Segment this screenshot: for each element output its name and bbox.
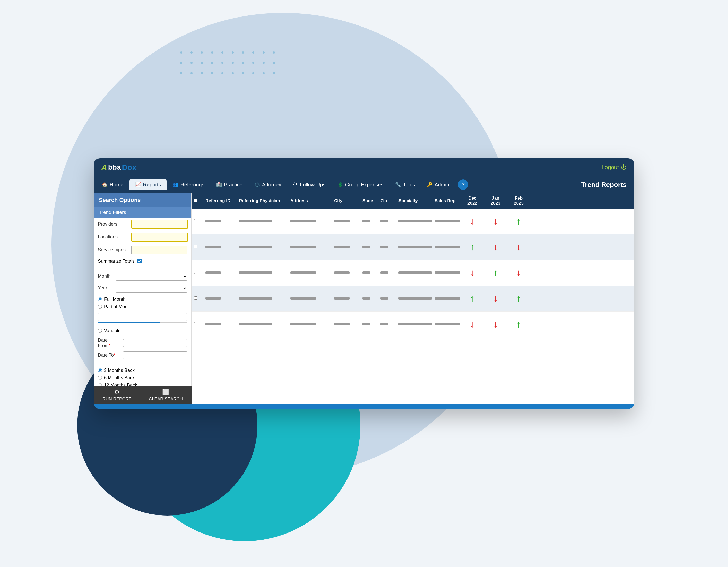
- month-select-row: Month: [94, 270, 191, 282]
- nav-label-home: Home: [110, 182, 123, 188]
- period-6months: 6 Months Back: [98, 374, 187, 382]
- locations-input[interactable]: [131, 233, 188, 242]
- locations-row: Locations: [94, 231, 191, 244]
- arrow-down-icon: ↓: [493, 242, 498, 252]
- table-row: ↓ ↑ ↓: [192, 260, 634, 286]
- row-cell-city-5: [332, 323, 360, 325]
- full-month-radio[interactable]: [98, 297, 102, 301]
- th-dec-2022: Dec2022: [461, 196, 484, 206]
- date-from-input[interactable]: [123, 339, 187, 347]
- trend-cell-3-feb: ↓: [507, 267, 530, 278]
- summarize-label: Summarize Totals: [98, 259, 135, 264]
- row-check-1[interactable]: [194, 219, 197, 222]
- date-to-input[interactable]: [123, 351, 187, 359]
- th-checkbox: [194, 199, 203, 203]
- attorney-icon: ⚖️: [254, 182, 260, 187]
- nav-bar: 🏠 Home 📈 Reports 👥 Referrings 🏥 Practice…: [94, 176, 634, 193]
- period-3months-radio[interactable]: [98, 368, 102, 372]
- help-button[interactable]: ?: [458, 179, 468, 190]
- trend-cell-3-dec: ↓: [461, 267, 484, 278]
- logo-icon: A: [101, 163, 107, 172]
- nav-label-attorney: Attorney: [262, 182, 281, 188]
- nav-item-attorney[interactable]: ⚖️ Attorney: [249, 179, 287, 190]
- trend-cell-1-dec: ↓: [461, 216, 484, 227]
- row-cell-sales-3: [432, 271, 461, 274]
- nav-label-referrings: Referrings: [180, 182, 204, 188]
- sidebar: Search Options Trend Filters Providers L…: [94, 193, 192, 404]
- arrow-down-icon: ↓: [516, 242, 521, 252]
- divider-2: [94, 363, 191, 363]
- providers-input[interactable]: [131, 220, 188, 229]
- arrow-down-icon: ↓: [516, 267, 521, 278]
- month-slider[interactable]: [98, 322, 187, 323]
- content-area: Search Options Trend Filters Providers L…: [94, 193, 634, 404]
- group-expenses-icon: 💲: [337, 182, 343, 187]
- trend-cell-5-feb: ↑: [507, 319, 530, 330]
- trend-cell-2-dec: ↑: [461, 242, 484, 252]
- nav-item-home[interactable]: 🏠 Home: [96, 179, 129, 190]
- nav-item-practice[interactable]: 🏥 Practice: [211, 179, 248, 190]
- summarize-checkbox[interactable]: [137, 259, 142, 263]
- trend-cell-1-feb: ↑: [507, 216, 530, 227]
- logo: A bba Dox: [101, 163, 136, 172]
- clear-search-icon: ⬜: [162, 389, 169, 396]
- period-6months-radio[interactable]: [98, 376, 102, 380]
- row-check-2[interactable]: [194, 245, 197, 248]
- row-cell-sales-4: [432, 297, 461, 300]
- year-select[interactable]: [116, 284, 187, 293]
- month-slider-row: [94, 312, 191, 325]
- row-check-3[interactable]: [194, 271, 197, 274]
- variable-radio[interactable]: [98, 329, 102, 333]
- table-body: ↓ ↓ ↑ ↑ ↓: [192, 209, 634, 404]
- arrow-down-icon: ↓: [493, 319, 498, 330]
- date-to-row: Date To*: [94, 350, 191, 361]
- partial-month-label: Partial Month: [104, 304, 131, 310]
- arrow-up-icon: ↑: [470, 293, 475, 304]
- nav-item-tools[interactable]: 🔧 Tools: [389, 179, 421, 190]
- th-city: City: [332, 198, 360, 203]
- referrings-icon: 👥: [173, 182, 178, 187]
- arrow-down-icon: ↓: [470, 267, 475, 278]
- trend-cell-3-jan: ↑: [484, 267, 507, 278]
- service-types-input[interactable]: [131, 246, 187, 254]
- logout-label: Logout: [602, 164, 619, 171]
- sidebar-title: Search Options: [94, 193, 191, 207]
- row-cell-ref-id-3: [203, 271, 237, 274]
- select-all-checkbox[interactable]: [194, 199, 197, 202]
- logout-button[interactable]: Logout ⏻: [602, 164, 627, 171]
- top-bar: A bba Dox Logout ⏻: [94, 158, 634, 176]
- variable-label: Variable: [104, 328, 121, 333]
- month-select-label: Month: [98, 273, 113, 279]
- nav-item-reports[interactable]: 📈 Reports: [129, 179, 167, 190]
- reports-icon: 📈: [135, 182, 141, 187]
- trend-cell-4-jan: ↓: [484, 293, 507, 304]
- row-cell-addr-3: [288, 271, 332, 274]
- period-6months-label: 6 Months Back: [104, 375, 135, 381]
- row-cell-ref-id-2: [203, 246, 237, 248]
- row-checkbox-5: [194, 322, 203, 327]
- nav-item-referrings[interactable]: 👥 Referrings: [167, 179, 210, 190]
- row-cell-phys-3: [237, 271, 288, 274]
- th-feb-2023: Feb2023: [507, 196, 530, 206]
- clear-search-button[interactable]: ⬜ CLEAR SEARCH: [149, 389, 183, 402]
- nav-item-admin[interactable]: 🔑 Admin: [421, 179, 455, 190]
- month-select[interactable]: [116, 272, 187, 281]
- run-report-button[interactable]: ⚙ RUN REPORT: [102, 389, 131, 402]
- partial-month-radio[interactable]: [98, 305, 102, 309]
- row-cell-specialty-5: [396, 323, 432, 325]
- home-icon: 🏠: [102, 182, 108, 187]
- th-referring-physician: Referring Physician: [237, 198, 288, 203]
- row-check-5[interactable]: [194, 322, 197, 325]
- divider-1: [94, 268, 191, 268]
- service-types-label: Service types: [98, 247, 129, 253]
- row-cell-state-5: [360, 323, 378, 325]
- row-cell-ref-id-4: [203, 297, 237, 300]
- nav-item-followups[interactable]: ⏱ Follow-Ups: [287, 179, 331, 190]
- date-to-required: *: [114, 353, 116, 358]
- sidebar-toolbar: ⚙ RUN REPORT ⬜ CLEAR SEARCH: [94, 386, 192, 404]
- row-check-4[interactable]: [194, 296, 197, 300]
- row-cell-zip-3: [378, 271, 396, 274]
- nav-item-group-expenses[interactable]: 💲 Group Expenses: [332, 179, 389, 190]
- month2-input[interactable]: [98, 313, 187, 321]
- arrow-down-icon: ↓: [493, 216, 498, 227]
